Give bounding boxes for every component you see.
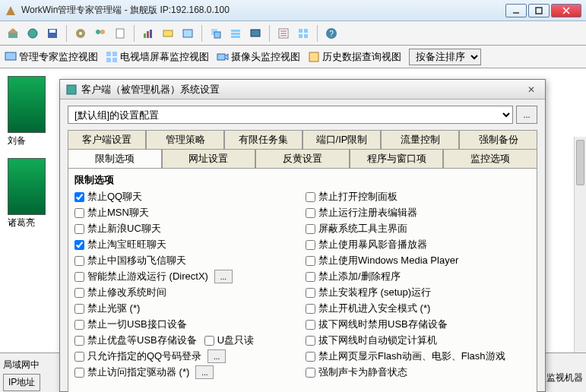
option-label: 智能禁止游戏运行 (DirectX) bbox=[87, 270, 208, 283]
option-checkbox[interactable] bbox=[306, 272, 315, 282]
svg-rect-32 bbox=[112, 58, 117, 62]
thumbnail-image bbox=[8, 76, 46, 133]
restrict-option[interactable]: 强制声卡为静音状态 bbox=[306, 365, 531, 379]
svg-rect-20 bbox=[251, 30, 260, 36]
option-checkbox[interactable] bbox=[74, 208, 84, 218]
option-checkbox[interactable] bbox=[306, 320, 315, 330]
option-checkbox[interactable] bbox=[306, 192, 315, 202]
screen-icon[interactable] bbox=[247, 25, 264, 42]
maximize-button[interactable] bbox=[528, 4, 550, 17]
option-checkbox[interactable] bbox=[74, 272, 84, 282]
restrict-option[interactable]: 禁止添加/删除程序 bbox=[306, 270, 531, 283]
restrict-option[interactable]: 禁止开机进入安全模式 (*) bbox=[306, 302, 531, 315]
home-icon[interactable] bbox=[5, 25, 21, 42]
close-button[interactable] bbox=[551, 4, 581, 17]
option-aux-button[interactable]: ... bbox=[207, 349, 226, 363]
dialog-tab[interactable]: 程序与窗口项 bbox=[350, 149, 444, 168]
tab-history-view[interactable]: 历史数据查询视图 bbox=[308, 50, 401, 64]
minimize-button[interactable] bbox=[505, 4, 527, 17]
client-thumbnail[interactable]: 诸葛亮 bbox=[8, 158, 46, 229]
scrollbar-thumb[interactable] bbox=[576, 140, 584, 185]
restrict-option[interactable]: 禁止修改系统时间 bbox=[74, 286, 299, 299]
option-checkbox[interactable] bbox=[306, 240, 315, 250]
gear-icon[interactable] bbox=[72, 25, 89, 42]
restrict-option[interactable]: 禁止一切USB接口设备 bbox=[74, 318, 299, 331]
stack-icon[interactable] bbox=[227, 25, 244, 42]
option-checkbox[interactable] bbox=[74, 336, 84, 346]
tab-monitor-view[interactable]: 管理专家监控视图 bbox=[5, 50, 98, 64]
option-checkbox[interactable] bbox=[74, 304, 84, 314]
restrict-option[interactable]: 禁止QQ聊天 bbox=[74, 190, 299, 204]
list-icon[interactable] bbox=[275, 25, 292, 42]
option-checkbox[interactable] bbox=[74, 320, 84, 330]
restrict-option[interactable]: 禁止淘宝旺旺聊天 bbox=[74, 238, 299, 251]
svg-rect-1 bbox=[8, 32, 17, 38]
option-checkbox[interactable] bbox=[74, 288, 84, 298]
dialog-tab[interactable]: 网址设置 bbox=[162, 149, 256, 168]
option-checkbox[interactable] bbox=[306, 256, 315, 266]
dialog-tab[interactable]: 反黄设置 bbox=[255, 149, 350, 168]
restrict-option[interactable]: 禁止访问指定驱动器 (*)... bbox=[74, 365, 299, 379]
ip-address-button[interactable]: IP地址 bbox=[3, 374, 40, 391]
restrict-option[interactable]: 拔下网线时禁用USB存储设备 bbox=[306, 318, 531, 331]
option-checkbox[interactable] bbox=[306, 336, 315, 346]
window-icon[interactable] bbox=[179, 25, 196, 42]
vertical-scrollbar[interactable] bbox=[574, 137, 586, 352]
option-aux-button[interactable]: ... bbox=[214, 270, 233, 283]
dialog-tab[interactable]: 监控选项 bbox=[443, 149, 537, 168]
option-checkbox[interactable] bbox=[306, 368, 315, 378]
dialog-tab[interactable]: 流量控制 bbox=[381, 130, 459, 149]
client-thumbnail[interactable]: 刘备 bbox=[8, 76, 46, 147]
globe-icon[interactable] bbox=[24, 25, 41, 42]
config-group-select[interactable]: [默认组]的设置配置 bbox=[68, 106, 513, 124]
option-checkbox[interactable] bbox=[306, 224, 315, 234]
option-checkbox[interactable] bbox=[74, 224, 84, 234]
option-checkbox[interactable] bbox=[306, 352, 315, 362]
restrict-option[interactable]: 只允许指定的QQ号码登录... bbox=[74, 349, 299, 363]
restrict-option[interactable]: 拔下网线时自动锁定计算机 bbox=[306, 334, 531, 347]
dialog-tab[interactable]: 强制备份 bbox=[459, 130, 537, 149]
tab-tvwall-view[interactable]: 电视墙屏幕监控视图 bbox=[106, 50, 209, 64]
option-checkbox[interactable] bbox=[74, 240, 84, 250]
option-checkbox[interactable] bbox=[74, 256, 84, 266]
chart-icon[interactable] bbox=[140, 25, 157, 42]
option-checkbox[interactable] bbox=[74, 352, 84, 362]
users-icon[interactable] bbox=[92, 25, 109, 42]
option-checkbox[interactable] bbox=[204, 336, 214, 346]
restrict-option[interactable]: 禁止运行注册表编辑器 bbox=[306, 206, 531, 220]
option-checkbox[interactable] bbox=[306, 304, 315, 314]
restrict-option[interactable]: 禁止优盘等USB存储设备U盘只读 bbox=[74, 334, 299, 347]
restrict-option[interactable]: 禁止打开控制面板 bbox=[306, 190, 531, 204]
restrict-option[interactable]: 禁止MSN聊天 bbox=[74, 206, 299, 220]
mail-icon[interactable] bbox=[160, 25, 176, 42]
dialog-tab[interactable]: 客户端设置 bbox=[68, 130, 146, 149]
restrict-option[interactable]: 智能禁止游戏运行 (DirectX)... bbox=[74, 270, 299, 283]
dialog-tab[interactable]: 限制选项 bbox=[68, 149, 162, 168]
browse-button[interactable]: ... bbox=[516, 106, 537, 124]
help-icon[interactable]: ? bbox=[323, 25, 340, 42]
restrict-option[interactable]: 禁止使用Windows Media Player bbox=[306, 254, 531, 267]
option-checkbox[interactable] bbox=[74, 192, 84, 202]
restrict-option[interactable]: 禁止中国移动飞信聊天 bbox=[74, 254, 299, 267]
restrict-option[interactable]: 禁止网页显示Flash动画、电影、Flash游戏 bbox=[306, 349, 531, 363]
option-checkbox[interactable] bbox=[306, 208, 315, 218]
dialog-tab[interactable]: 有限任务集 bbox=[224, 130, 303, 149]
option-checkbox[interactable] bbox=[74, 368, 84, 378]
tab-camera-view[interactable]: 摄像头监控视图 bbox=[217, 50, 300, 64]
option-aux-button[interactable]: ... bbox=[195, 365, 214, 379]
save-icon[interactable] bbox=[44, 25, 61, 42]
copy-icon[interactable] bbox=[207, 25, 224, 42]
dialog-tab[interactable]: 端口/IP限制 bbox=[303, 130, 381, 149]
restrict-option[interactable]: 禁止安装程序 (setup)运行 bbox=[306, 286, 531, 299]
option-checkbox[interactable] bbox=[306, 288, 315, 298]
restrict-option[interactable]: 禁止使用暴风影音播放器 bbox=[306, 238, 531, 251]
doc-icon[interactable] bbox=[112, 25, 128, 42]
dialog-tab[interactable]: 管理策略 bbox=[146, 130, 224, 149]
grid-icon[interactable] bbox=[295, 25, 312, 42]
sort-select[interactable]: 按备注排序 bbox=[409, 49, 481, 65]
restrict-option[interactable]: 屏蔽系统工具主界面 bbox=[306, 222, 531, 236]
restrict-option[interactable]: 禁止光驱 (*) bbox=[74, 302, 299, 315]
restrict-option[interactable]: 禁止新浪UC聊天 bbox=[74, 222, 299, 236]
tab-label: 管理专家监控视图 bbox=[19, 50, 98, 64]
dialog-close-icon[interactable]: ✕ bbox=[524, 84, 539, 96]
